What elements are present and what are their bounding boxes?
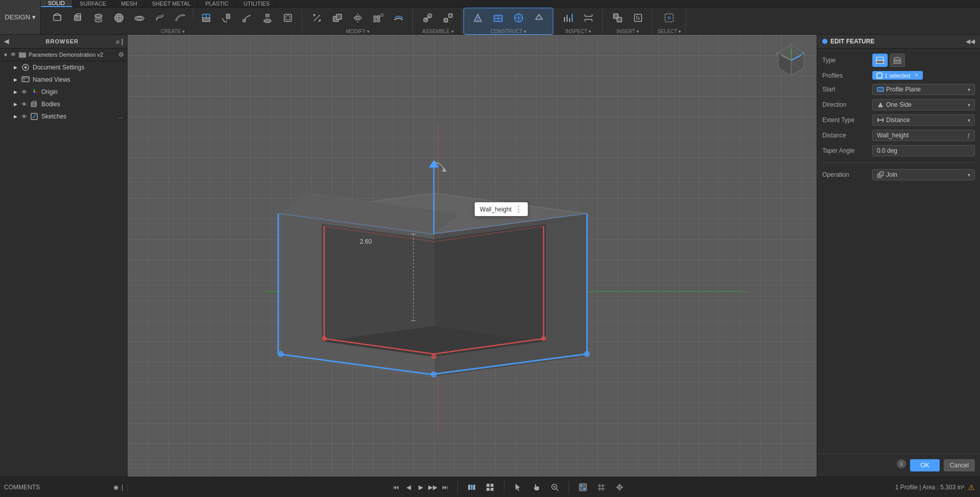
- sidebar-collapse-btn[interactable]: ◀: [4, 38, 9, 45]
- profiles-badge[interactable]: 1 selected ✕: [872, 71, 923, 80]
- tab-mesh[interactable]: MESH: [114, 0, 145, 7]
- display-mode-icon[interactable]: [576, 481, 590, 494]
- extrude-btn[interactable]: [197, 8, 216, 28]
- construct-btn4[interactable]: [529, 8, 549, 28]
- type-btn-other[interactable]: [890, 54, 905, 67]
- create-box-btn[interactable]: [68, 8, 88, 28]
- inspect-btn2[interactable]: [579, 8, 598, 28]
- tab-plastic[interactable]: PLASTIC: [198, 0, 236, 7]
- cancel-button[interactable]: Cancel: [944, 459, 975, 471]
- assemble-btn1[interactable]: [418, 8, 437, 28]
- sidebar-item-document-settings[interactable]: ▶ Document Settings: [0, 61, 127, 74]
- timeline-frame-icon[interactable]: [465, 481, 478, 494]
- create-coil-btn[interactable]: [150, 8, 169, 28]
- profiles-clear-btn[interactable]: ✕: [914, 72, 919, 79]
- profiles-count: 1 selected: [885, 73, 910, 79]
- svg-rect-137: [583, 485, 585, 487]
- main-viewport[interactable]: 2.60 Wall_height ⋮ x y z: [128, 35, 817, 477]
- panel-expand-btn[interactable]: ◀◀: [966, 38, 975, 45]
- doc-eye-icon[interactable]: 👁: [10, 51, 16, 58]
- tab-sheet-metal[interactable]: SHEET METAL: [145, 0, 198, 7]
- insert-btn2[interactable]: fx: [628, 8, 648, 28]
- play-play-btn[interactable]: ▶: [415, 482, 426, 492]
- create-sphere-btn[interactable]: [109, 8, 129, 28]
- direction-dropdown-arrow: ▾: [968, 102, 970, 108]
- cursor-icon[interactable]: [511, 481, 525, 494]
- arrow-icon: ▶: [12, 89, 18, 95]
- play-next-btn[interactable]: ▶▶: [428, 482, 438, 492]
- taper-angle-input[interactable]: 0.0 deg: [872, 145, 975, 156]
- view-cube[interactable]: x y z: [771, 40, 812, 81]
- eye-icon[interactable]: 👁: [21, 113, 27, 120]
- sidebar-search-icon[interactable]: ⌕: [116, 38, 119, 45]
- construct-btn3[interactable]: [509, 8, 528, 28]
- inspect-btn1[interactable]: [558, 8, 578, 28]
- bottom-separator-1: [457, 481, 458, 493]
- combine-btn[interactable]: [328, 8, 347, 28]
- direction-label: Direction: [822, 101, 868, 108]
- start-dropdown[interactable]: Profile Plane ▾: [872, 84, 975, 95]
- loft-btn[interactable]: [258, 8, 277, 28]
- svg-rect-136: [580, 485, 582, 487]
- construct-btn2[interactable]: [488, 8, 508, 28]
- status-bar: 1 Profile | Area : 5.303 in² ⚠: [890, 483, 980, 491]
- wall-height-tooltip[interactable]: Wall_height ⋮: [475, 202, 528, 216]
- hand-icon[interactable]: [530, 481, 543, 494]
- playbar: ⏮ ◀ ▶ ▶▶ ⏭: [391, 482, 450, 492]
- view-options-icon[interactable]: [613, 481, 626, 494]
- eye-icon[interactable]: 👁: [21, 89, 27, 95]
- design-menu[interactable]: DESIGN ▾: [0, 0, 41, 34]
- assemble-btn2[interactable]: [438, 8, 458, 28]
- start-row: Start Profile Plane ▾: [822, 84, 975, 95]
- mirror-btn[interactable]: [348, 8, 368, 28]
- select-btn[interactable]: [659, 8, 679, 28]
- panel-indicator: [822, 39, 827, 44]
- distance-input[interactable]: Wall_height ƒ: [872, 130, 975, 141]
- pattern-btn[interactable]: [369, 8, 388, 28]
- doc-expand-icon[interactable]: ▼: [3, 52, 8, 58]
- direction-dropdown[interactable]: One Side ▾: [872, 99, 975, 110]
- dimension-label: 2.60: [360, 238, 372, 245]
- shell-btn[interactable]: [278, 8, 298, 28]
- svg-point-91: [431, 371, 437, 377]
- create-torus-btn[interactable]: [130, 8, 149, 28]
- tooltip-menu-icon[interactable]: ⋮: [514, 204, 523, 214]
- formula-icon[interactable]: ƒ: [967, 132, 970, 138]
- tab-surface[interactable]: SURFACE: [72, 0, 114, 7]
- bottom-center: ⏮ ◀ ▶ ▶▶ ⏭: [128, 481, 890, 494]
- grid-icon[interactable]: [595, 481, 608, 494]
- operation-dropdown[interactable]: Join ▾: [872, 169, 975, 180]
- tab-utilities[interactable]: UTILITIES: [236, 0, 277, 7]
- zoom-icon[interactable]: [548, 481, 561, 494]
- ok-button[interactable]: OK: [910, 459, 939, 471]
- svg-marker-26: [354, 15, 357, 20]
- sweep-btn[interactable]: [237, 8, 257, 28]
- create-pipe-btn[interactable]: [170, 8, 190, 28]
- extent-type-dropdown[interactable]: Distance ▾: [872, 114, 975, 126]
- doc-settings-icon[interactable]: ⚙: [118, 51, 124, 58]
- comments-pin-icon[interactable]: |: [121, 484, 123, 491]
- timeline-grid-icon[interactable]: [483, 481, 497, 494]
- comments-expand-icon[interactable]: ◉: [113, 484, 118, 491]
- revolve-btn[interactable]: [217, 8, 236, 28]
- play-last-btn[interactable]: ⏭: [440, 482, 450, 492]
- play-prev-btn[interactable]: ◀: [403, 482, 413, 492]
- scale-btn[interactable]: [307, 8, 327, 28]
- create-cylinder-btn[interactable]: [89, 8, 108, 28]
- construct-btn1[interactable]: [468, 8, 487, 28]
- sidebar-item-named-views[interactable]: ▶ Named Views: [0, 74, 127, 86]
- 3d-model-svg: [179, 60, 664, 408]
- thicken-btn[interactable]: [389, 8, 408, 28]
- sidebar-item-sketches[interactable]: ▶ 👁 Sketches …: [0, 110, 127, 123]
- sidebar-item-origin[interactable]: ▶ 👁 Origin: [0, 86, 127, 98]
- eye-icon[interactable]: 👁: [21, 101, 27, 107]
- tab-solid[interactable]: SOLID: [41, 0, 72, 7]
- info-btn[interactable]: ℹ: [897, 459, 906, 468]
- insert-btn1[interactable]: [608, 8, 627, 28]
- sidebar-item-bodies[interactable]: ▶ 👁 Bodies: [0, 98, 127, 110]
- view-cube-svg[interactable]: x y z: [771, 40, 812, 81]
- create-new-body-btn[interactable]: [48, 8, 67, 28]
- type-btn-extrude[interactable]: [872, 54, 888, 67]
- sidebar-pin-icon[interactable]: |: [121, 38, 123, 45]
- play-first-btn[interactable]: ⏮: [391, 482, 401, 492]
